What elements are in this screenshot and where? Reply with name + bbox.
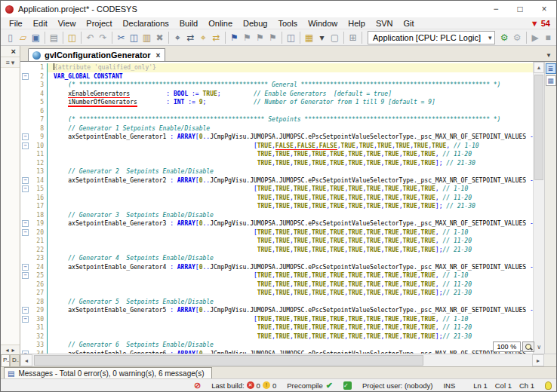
menu-item-edit[interactable]: Edit [28,19,53,28]
copy-special-icon[interactable]: ◫ [66,30,78,45]
code-editor[interactable]: 1{attribute 'qualified_only'}−2VAR_GLOBA… [20,62,533,354]
code-text[interactable]: [TRUE,TRUE,TRUE,TRUE,TRUE,TRUE,TRUE,TRUE… [47,228,533,237]
code-text[interactable]: // Generator 2 Setpoints Enable/Disable [47,167,533,176]
code-text[interactable]: TRUE,TRUE,TRUE,TRUE,TRUE,TRUE,TRUE,TRUE,… [47,159,533,168]
code-text[interactable]: TRUE,TRUE,TRUE,TRUE,TRUE,TRUE,TRUE,TRUE,… [47,237,533,246]
copy-icon[interactable]: ◫ [128,30,140,45]
code-text[interactable]: (* *************************************… [47,81,533,90]
panel-tab-devices[interactable]: D.. [10,354,20,366]
windows-icon[interactable]: ◫ [285,30,297,45]
code-text[interactable]: TRUE,TRUE,TRUE,TRUE,TRUE,TRUE,TRUE,TRUE,… [47,194,533,203]
zoom-dropdown-icon[interactable]: ∨ [537,344,541,351]
menu-item-tools[interactable]: Tools [272,19,303,28]
code-text[interactable]: VAR_GLOBAL CONSTANT [47,72,533,81]
fold-marker[interactable]: − [20,263,30,272]
vertical-scroll-thumb[interactable] [534,75,543,180]
menu-item-declarations[interactable]: Declarations [118,19,174,28]
zoom-level[interactable]: 100 % [493,341,522,352]
maximize-button[interactable]: □ [508,1,532,17]
code-text[interactable]: TRUE,TRUE,TRUE,TRUE,TRUE,TRUE,TRUE,TRUE,… [47,289,533,298]
fold-marker[interactable]: − [20,271,30,280]
find-in-project-icon[interactable]: ⌖ [197,30,210,45]
code-text[interactable]: [TRUE,FALSE,FALSE,FALSE,TRUE,TRUE,TRUE,T… [47,142,533,151]
menu-item-svn[interactable]: SVN [371,19,399,28]
build-dropdown-arrow[interactable]: ▾ [315,30,328,45]
prev-bookmark-icon[interactable]: ⚑ [241,30,254,45]
code-text[interactable]: (* *************************************… [47,115,533,124]
new-file-icon[interactable]: ▯ [4,30,17,45]
magnifier-icon[interactable] [522,341,534,352]
menu-item-project[interactable]: Project [81,19,117,28]
menu-item-build[interactable]: Build [174,19,203,28]
code-text[interactable]: axSetpointEnable_Generator1 : ARRAY[0..J… [47,133,533,142]
code-text[interactable]: {attribute 'qualified_only'} [47,63,533,72]
panel-dropdown-icon[interactable]: ▾ [11,59,15,66]
code-text[interactable]: // Generator 1 Setpoints Enable/Disable [47,124,533,133]
scroll-up-icon[interactable]: ▲ [534,62,544,73]
menu-item-view[interactable]: View [53,19,82,28]
code-text[interactable]: [TRUE,TRUE,TRUE,TRUE,TRUE,TRUE,TRUE,TRUE… [47,315,533,324]
code-text[interactable]: [TRUE,TRUE,TRUE,TRUE,TRUE,TRUE,TRUE,TRUE… [47,185,533,194]
active-application-combo[interactable]: Application [CPU: PLC Logic]▾ [368,31,495,44]
vertical-scroll-track[interactable] [534,73,544,354]
panel-tab-pous[interactable]: P.. [1,354,10,366]
code-text[interactable]: // Generator 4 Setpoints Enable/Disable [47,254,533,263]
panel-menu-icon[interactable]: ≡ [6,59,10,66]
stop-icon[interactable]: ■ [542,30,555,45]
code-text[interactable]: [TRUE,TRUE,TRUE,TRUE,TRUE,TRUE,TRUE,TRUE… [47,271,533,280]
delete-icon[interactable]: ✖ [153,30,166,45]
find-icon[interactable]: ⌖ [171,30,184,45]
code-text[interactable]: TRUE,TRUE,TRUE,TRUE,TRUE,TRUE,TRUE,TRUE,… [47,202,533,211]
paste-icon[interactable]: ▥ [140,30,153,45]
tab-list-dropdown-icon[interactable]: ▼ [546,52,556,61]
fold-marker[interactable]: − [20,133,30,142]
code-text[interactable]: axSetpointEnable_Generator4 : ARRAY[0..J… [47,263,533,272]
fold-marker[interactable]: − [20,142,30,151]
next-bookmark-icon[interactable]: ⚑ [254,30,266,45]
tab-gvlconfigurationgenerator[interactable]: gvlConfigurationGenerator × [28,48,165,61]
start-icon[interactable]: ▶ [529,30,542,45]
tabular-view-button[interactable]: ▦ [546,75,556,86]
replace-in-project-icon[interactable]: ⇄ [210,30,223,45]
menu-item-help[interactable]: Help [343,19,371,28]
menu-item-window[interactable]: Window [303,19,343,28]
clean-icon[interactable]: ▢ [328,30,341,45]
minimize-button[interactable]: − [484,1,508,17]
tab-close-icon[interactable]: × [156,51,161,60]
horizontal-scroll-track[interactable] [32,354,532,366]
code-text[interactable]: // Generator 5 Setpoints Enable/Disable [47,298,533,307]
replace-icon[interactable]: ⇄ [184,30,197,45]
messages-tab[interactable]: ▤ Messages - Total 0 error(s), 0 warning… [4,367,212,378]
code-text[interactable]: axSetpointEnable_Generator2 : ARRAY[0..J… [47,176,533,185]
fold-marker[interactable]: − [20,219,30,228]
login-icon[interactable]: ⚙ [498,30,511,45]
scroll-right-icon[interactable]: ▸ [532,354,544,366]
panel-scroll-left-icon[interactable]: ◂ [5,347,8,354]
code-text[interactable] [47,107,533,116]
fold-marker[interactable]: − [20,176,30,185]
fold-marker[interactable]: − [20,228,30,237]
generate-code-icon[interactable]: ⊞ [346,30,359,45]
code-text[interactable]: axSetpointEnable_Generator3 : ARRAY[0..J… [47,219,533,228]
clear-bookmarks-icon[interactable]: ⚑ [266,30,279,45]
code-text[interactable]: TRUE,TRUE,TRUE,TRUE,TRUE,TRUE,TRUE,TRUE,… [47,280,533,289]
fold-marker[interactable]: − [20,72,30,81]
combo-dropdown-icon[interactable]: ▾ [488,34,492,41]
menu-item-git[interactable]: Git [399,19,420,28]
print-icon[interactable]: ▤ [48,30,60,45]
undo-icon[interactable]: ↶ [84,30,97,45]
code-text[interactable]: TRUE,TRUE,TRUE,TRUE,TRUE,TRUE,TRUE,TRUE,… [47,332,533,341]
menu-item-file[interactable]: File [4,19,28,28]
code-text[interactable]: // Generator 3 Setpoints Enable/Disable [47,211,533,220]
code-text[interactable]: xEnableGenerators : BOOL := TRUE; // Ena… [47,90,533,99]
cut-icon[interactable]: ✂ [115,30,128,45]
menu-item-online[interactable]: Online [203,19,238,28]
fold-marker[interactable]: − [20,315,30,324]
horizontal-scroll-thumb[interactable] [34,355,423,366]
vertical-scrollbar[interactable]: ▲ [533,62,544,354]
menu-item-debug[interactable]: Debug [238,19,272,28]
fold-marker[interactable]: − [20,306,30,315]
panel-scroll-right-icon[interactable]: ▸ [12,347,15,354]
panel-close-icon[interactable]: × [8,47,20,56]
save-icon[interactable]: ▣ [29,30,42,45]
